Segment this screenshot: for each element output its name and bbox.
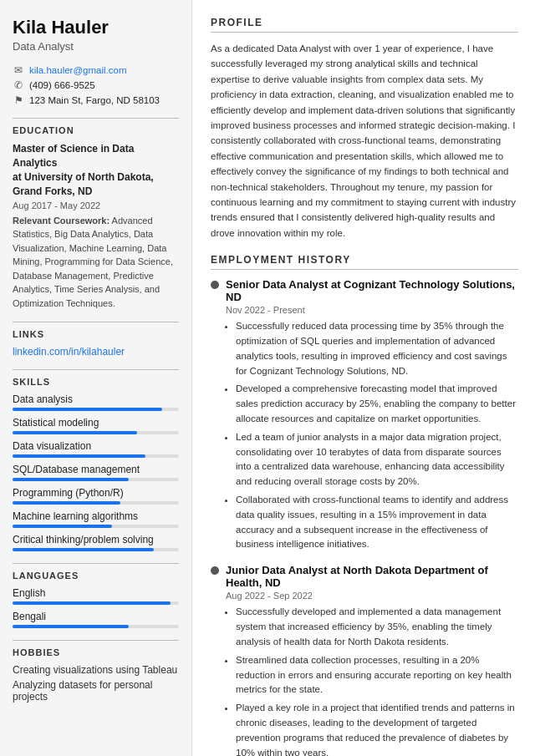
skill-name: Machine learning algorithms: [13, 510, 179, 522]
language-item: Bengali: [13, 611, 179, 628]
skill-bar-fill: [13, 454, 145, 458]
language-name: English: [13, 587, 179, 599]
skill-name: Critical thinking/problem solving: [13, 534, 179, 545]
contact-email[interactable]: ✉ kila.hauler@gmail.com: [13, 64, 179, 76]
edu-coursework: Relevant Coursework: Advanced Statistics…: [13, 214, 179, 311]
skill-bar-fill: [13, 525, 112, 528]
skill-bar-bg: [13, 454, 179, 458]
skill-item: Data visualization: [13, 440, 179, 458]
skill-bar-fill: [13, 548, 154, 551]
profile-text: As a dedicated Data Analyst with over 1 …: [211, 41, 518, 241]
skill-bar-fill: [13, 408, 162, 411]
language-name: Bengali: [13, 611, 179, 622]
sidebar: Kila Hauler Data Analyst ✉ kila.hauler@g…: [0, 0, 192, 756]
skill-bar-bg: [13, 501, 179, 505]
language-bar-fill: [13, 601, 171, 605]
job-bullet: Led a team of junior analysts in a major…: [236, 430, 518, 490]
job-dates: Aug 2022 - Sep 2022: [226, 591, 518, 601]
skill-item: Critical thinking/problem solving: [13, 534, 179, 551]
candidate-name: Kila Hauler: [13, 17, 179, 38]
hobbies-list: Creating visualizations using TableauAna…: [13, 664, 179, 703]
language-bar-bg: [13, 601, 179, 605]
language-bar-bg: [13, 625, 179, 628]
contact-phone: ✆ (409) 666-9525: [13, 79, 179, 91]
skill-name: Data analysis: [13, 393, 179, 405]
links-section-title: LINKS: [13, 329, 179, 339]
contact-address: ⚑ 123 Main St, Fargo, ND 58103: [13, 94, 179, 106]
coursework-text: Advanced Statistics, Big Data Analytics,…: [13, 216, 173, 308]
languages-list: English Bengali: [13, 587, 179, 628]
skill-name: SQL/Database management: [13, 464, 179, 475]
skill-name: Programming (Python/R): [13, 487, 179, 499]
hobby-item: Creating visualizations using Tableau: [13, 664, 179, 676]
job-bullets: Successfully reduced data processing tim…: [226, 319, 518, 552]
job-bullet: Successfully reduced data processing tim…: [236, 319, 518, 378]
job-bullet: Successfully developed and implemented a…: [236, 605, 518, 649]
skill-name: Data visualization: [13, 440, 179, 452]
skill-bar-fill: [13, 478, 129, 481]
hobbies-divider: [13, 640, 179, 641]
languages-divider: [13, 563, 179, 564]
skill-item: Statistical modeling: [13, 417, 179, 434]
job-bullet: Streamlined data collection processes, r…: [236, 653, 518, 698]
skills-divider: [13, 369, 179, 370]
edu-degree: Master of Science in Data Analytics at U…: [13, 142, 179, 198]
job-header: Senior Data Analyst at Cognizant Technol…: [211, 278, 518, 303]
hobby-item: Analyzing datasets for personal projects: [13, 679, 179, 703]
skill-bar-bg: [13, 478, 179, 481]
skill-bar-bg: [13, 408, 179, 411]
hobbies-section-title: HOBBIES: [13, 647, 179, 657]
skill-bar-bg: [13, 431, 179, 434]
linkedin-link[interactable]: linkedin.com/in/kilahauler: [13, 346, 125, 358]
employment-list: Senior Data Analyst at Cognizant Technol…: [211, 278, 518, 756]
job-dot: [211, 281, 219, 289]
skills-list: Data analysis Statistical modeling Data …: [13, 393, 179, 551]
education-section-title: EDUCATION: [13, 125, 179, 135]
job-title: Senior Data Analyst at Cognizant Technol…: [226, 278, 518, 303]
skill-bar-bg: [13, 548, 179, 551]
skill-bar-fill: [13, 501, 120, 505]
language-item: English: [13, 587, 179, 605]
skills-section-title: SKILLS: [13, 377, 179, 387]
email-icon: ✉: [13, 64, 24, 76]
job-entry: Junior Data Analyst at North Dakota Depa…: [211, 564, 518, 756]
links-divider: [13, 322, 179, 322]
job-entry: Senior Data Analyst at Cognizant Technol…: [211, 278, 518, 552]
skill-name: Statistical modeling: [13, 417, 179, 429]
profile-section-title: PROFILE: [211, 17, 518, 33]
job-dates: Nov 2022 - Present: [226, 305, 518, 315]
skill-item: Machine learning algorithms: [13, 510, 179, 528]
links-section: linkedin.com/in/kilahauler: [13, 346, 179, 358]
location-icon: ⚑: [13, 94, 24, 106]
language-bar-fill: [13, 625, 129, 628]
candidate-title: Data Analyst: [13, 40, 179, 53]
coursework-label: Relevant Coursework:: [13, 216, 110, 226]
job-bullet: Developed a comprehensive forecasting mo…: [236, 382, 518, 426]
skill-item: SQL/Database management: [13, 464, 179, 481]
skill-bar-fill: [13, 431, 137, 434]
edu-dates: Aug 2017 - May 2022: [13, 200, 179, 211]
main-content: PROFILE As a dedicated Data Analyst with…: [192, 0, 535, 756]
phone-icon: ✆: [13, 79, 24, 91]
languages-section-title: LANGUAGES: [13, 571, 179, 581]
job-bullet: Collaborated with cross-functional teams…: [236, 493, 518, 552]
job-title: Junior Data Analyst at North Dakota Depa…: [226, 564, 518, 589]
skill-bar-bg: [13, 525, 179, 528]
job-dot: [211, 566, 219, 575]
skill-item: Programming (Python/R): [13, 487, 179, 505]
employment-section-title: EMPLOYMENT HISTORY: [211, 254, 518, 270]
skill-item: Data analysis: [13, 393, 179, 411]
education-divider: [13, 118, 179, 119]
job-bullet: Played a key role in a project that iden…: [236, 701, 518, 756]
job-header: Junior Data Analyst at North Dakota Depa…: [211, 564, 518, 589]
job-bullets: Successfully developed and implemented a…: [226, 605, 518, 756]
